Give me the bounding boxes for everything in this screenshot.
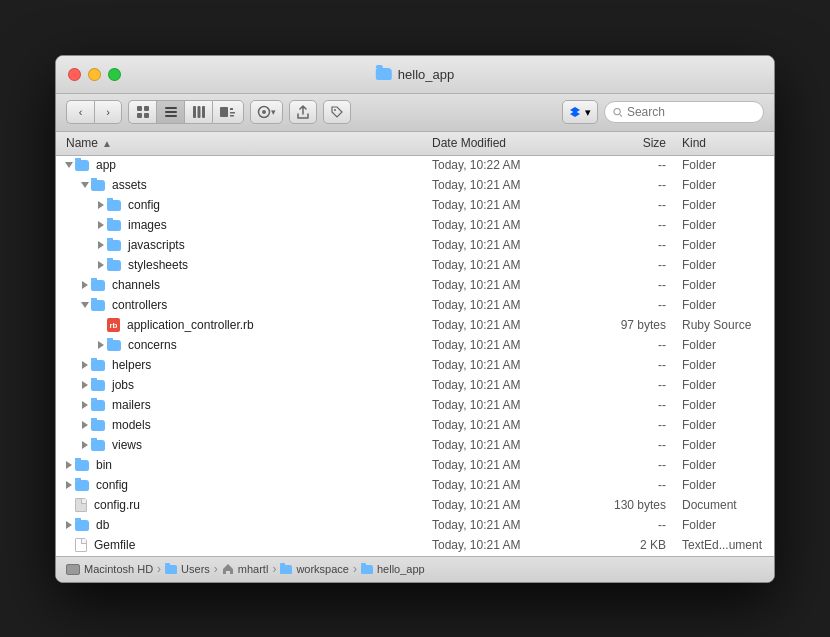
file-name-text: javascripts [128,238,185,252]
title-folder-icon [376,68,392,80]
list-item[interactable]: rbapplication_controller.rbToday, 10:21 … [56,316,774,336]
file-size: -- [584,158,674,172]
back-button[interactable]: ‹ [66,100,94,124]
list-item[interactable]: binToday, 10:21 AM--Folder [56,456,774,476]
list-item[interactable]: stylesheetsToday, 10:21 AM--Folder [56,256,774,276]
expand-triangle[interactable] [66,501,72,509]
list-item[interactable]: javascriptsToday, 10:21 AM--Folder [56,236,774,256]
expand-triangle[interactable] [66,461,72,469]
list-item[interactable]: GemfileToday, 10:21 AM2 KBTextEd...ument [56,536,774,556]
svg-point-19 [614,108,620,114]
file-name-cell: rbapplication_controller.rb [56,318,424,332]
folder-icon [91,400,105,411]
file-name-text: views [112,438,142,452]
path-folder-icon-current [361,565,373,574]
finder-window: hello_app ‹ › ▾ [55,55,775,583]
expand-triangle[interactable] [81,302,89,308]
list-item[interactable]: configToday, 10:21 AM--Folder [56,476,774,496]
file-name-text: app [96,158,116,172]
svg-line-20 [620,114,622,116]
list-item[interactable]: config.ruToday, 10:21 AM130 bytesDocumen… [56,496,774,516]
svg-rect-9 [202,106,205,118]
expand-triangle[interactable] [98,221,104,229]
expand-triangle[interactable] [66,481,72,489]
expand-triangle[interactable] [81,182,89,188]
list-item[interactable]: channelsToday, 10:21 AM--Folder [56,276,774,296]
search-bar[interactable] [604,101,764,123]
file-name-text: assets [112,178,147,192]
minimize-button[interactable] [88,68,101,81]
close-button[interactable] [68,68,81,81]
list-item[interactable]: viewsToday, 10:21 AM--Folder [56,436,774,456]
file-name-text: images [128,218,167,232]
list-item[interactable]: modelsToday, 10:21 AM--Folder [56,416,774,436]
col-header-name[interactable]: Name ▲ [56,136,424,150]
file-size: -- [584,398,674,412]
forward-button[interactable]: › [94,100,122,124]
file-name-cell: views [56,438,424,452]
list-item[interactable]: dbToday, 10:21 AM--Folder [56,516,774,536]
expand-triangle[interactable] [82,401,88,409]
list-item[interactable]: controllersToday, 10:21 AM--Folder [56,296,774,316]
expand-triangle[interactable] [98,241,104,249]
action-button[interactable]: ▾ [250,100,283,124]
expand-triangle[interactable] [82,441,88,449]
list-item[interactable]: jobsToday, 10:21 AM--Folder [56,376,774,396]
maximize-button[interactable] [108,68,121,81]
file-name-cell: javascripts [56,238,424,252]
col-header-kind[interactable]: Kind [674,136,774,150]
col-header-modified[interactable]: Date Modified [424,136,584,150]
list-item[interactable]: configToday, 10:21 AM--Folder [56,196,774,216]
file-name-text: config.ru [94,498,140,512]
tag-button[interactable] [323,100,351,124]
file-size: 97 bytes [584,318,674,332]
file-name-cell: controllers [56,298,424,312]
folder-icon [91,300,105,311]
file-name-cell: stylesheets [56,258,424,272]
folder-icon [107,220,121,231]
view-list-button[interactable] [156,100,184,124]
view-columns-button[interactable] [184,100,212,124]
expand-triangle[interactable] [98,261,104,269]
file-kind: Folder [674,198,774,212]
expand-triangle[interactable] [66,521,72,529]
expand-triangle[interactable] [82,281,88,289]
dropbox-button[interactable]: ▾ [562,100,598,124]
list-item[interactable]: appToday, 10:22 AM--Folder [56,156,774,176]
text-file-icon [75,538,87,552]
search-input[interactable] [627,105,755,119]
list-item[interactable]: concernsToday, 10:21 AM--Folder [56,336,774,356]
list-item[interactable]: mailersToday, 10:21 AM--Folder [56,396,774,416]
expand-triangle[interactable] [82,361,88,369]
list-item[interactable]: imagesToday, 10:21 AM--Folder [56,216,774,236]
dropbox-label: ▾ [585,106,591,119]
file-name-text: Gemfile [94,538,135,552]
expand-triangle[interactable] [65,162,73,168]
col-header-size[interactable]: Size [584,136,674,150]
expand-triangle[interactable] [82,421,88,429]
view-icons-button[interactable] [128,100,156,124]
list-item[interactable]: helpersToday, 10:21 AM--Folder [56,356,774,376]
ruby-file-icon: rb [107,318,120,332]
file-modified: Today, 10:21 AM [424,398,584,412]
file-name-text: db [96,518,109,532]
file-list: appToday, 10:22 AM--FolderassetsToday, 1… [56,156,774,556]
view-cover-button[interactable] [212,100,244,124]
file-kind: Folder [674,418,774,432]
expand-triangle[interactable] [66,541,72,549]
file-size: -- [584,338,674,352]
file-modified: Today, 10:21 AM [424,358,584,372]
titlebar: hello_app [56,56,774,94]
toolbar: ‹ › ▾ ▾ [56,94,774,132]
expand-triangle[interactable] [98,341,104,349]
file-size: -- [584,378,674,392]
expand-triangle[interactable] [98,201,104,209]
share-button[interactable] [289,100,317,124]
file-name-cell: images [56,218,424,232]
folder-icon [91,440,105,451]
list-item[interactable]: assetsToday, 10:21 AM--Folder [56,176,774,196]
expand-triangle[interactable] [82,381,88,389]
file-size: -- [584,438,674,452]
folder-icon [75,480,89,491]
expand-triangle[interactable] [98,321,104,329]
